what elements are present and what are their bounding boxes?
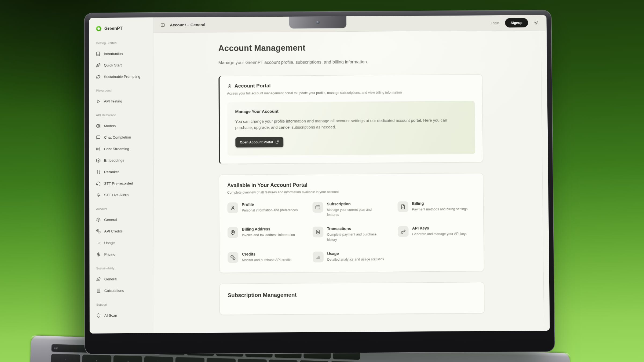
- sidebar-nav: Getting StartedIntroductionQuick StartSu…: [96, 31, 150, 318]
- sidebar-item-label: STT Live Audio: [104, 193, 129, 197]
- gear-icon: [96, 217, 101, 222]
- laptop-notch: [289, 16, 347, 29]
- sidebar-item-label: Models: [104, 124, 116, 128]
- person-icon: [227, 84, 232, 88]
- feature-description: Personal information and preferences: [242, 208, 298, 213]
- leaf-icon: [96, 277, 101, 282]
- sidebar-section-label: Sustainability: [96, 266, 150, 270]
- sidebar-item-label: Pricing: [104, 252, 115, 256]
- sidebar-item-chat-completion[interactable]: Chat Completion: [96, 135, 150, 140]
- bar-chart-icon: [96, 241, 101, 245]
- topbar-actions: Login Signup: [491, 18, 539, 28]
- feature-icon-tile: [227, 227, 238, 238]
- sidebar-section-account: AccountGeneralAPI CreditsUsagePricing: [96, 207, 150, 257]
- feature-title: Transactions: [327, 226, 385, 231]
- features-card-subtitle: Complete overview of all features and in…: [227, 189, 475, 194]
- signup-button[interactable]: Signup: [505, 18, 528, 27]
- feature-description: Generate and manage your API keys: [412, 231, 467, 237]
- content-area: Account Management Manage your GreenPT a…: [153, 31, 550, 333]
- manage-account-title: Manage Your Account: [235, 108, 467, 114]
- open-account-portal-button[interactable]: Open Account Portal: [235, 137, 284, 147]
- sidebar-item-quick-start[interactable]: Quick Start: [96, 63, 149, 68]
- sidebar-section-label: API Reference: [96, 113, 150, 117]
- feature-description: Payment methods and billing settings: [412, 206, 467, 212]
- feature-icon-tile: [312, 227, 323, 237]
- feature-title: Subscription: [327, 201, 385, 206]
- feature-title: Usage: [327, 251, 384, 256]
- feature-api-keys: API KeysGenerate and manage your API key…: [398, 226, 475, 242]
- sidebar-item-stt-live-audio[interactable]: STT Live Audio: [96, 193, 150, 197]
- sidebar-item-calculations[interactable]: Calculations: [96, 288, 150, 293]
- open-account-portal-label: Open Account Portal: [240, 140, 273, 144]
- rocket-icon: [96, 63, 100, 68]
- account-portal-description: Access your full account management port…: [227, 90, 474, 95]
- sidebar-section-sustainability: SustainabilityGeneralCalculations: [96, 266, 150, 293]
- sidebar-item-introduction[interactable]: Introduction: [96, 51, 149, 56]
- sidebar-toggle-icon[interactable]: [160, 23, 165, 27]
- key-icon: [400, 229, 406, 234]
- keyboard-key-6: 6: [237, 359, 267, 362]
- feature-icon-tile: [228, 252, 238, 263]
- keyboard-key-5: 5: [206, 358, 236, 362]
- greenpt-logo-icon: [96, 26, 102, 32]
- feature-icon-tile: [313, 252, 323, 262]
- sidebar-item-label: Chat Completion: [104, 135, 131, 139]
- sidebar-section-playground: PlaygroundAPI Testing: [96, 89, 149, 104]
- account-portal-title: Account Portal: [235, 83, 271, 89]
- sidebar-item-api-testing[interactable]: API Testing: [96, 99, 149, 104]
- logo[interactable]: GreenPT: [96, 25, 149, 32]
- sidebar-item-label: AI Scan: [104, 313, 117, 317]
- feature-title: Credits: [242, 252, 291, 256]
- feature-description: Invoice and tax address information: [242, 232, 295, 238]
- keyboard-key-4: 4: [175, 357, 204, 362]
- theme-toggle-sun-icon[interactable]: [534, 20, 539, 25]
- sidebar-section-getting-started: Getting StartedIntroductionQuick StartSu…: [96, 41, 149, 79]
- sidebar-item-label: Chat Streaming: [104, 147, 129, 151]
- sidebar-item-general[interactable]: General: [96, 217, 150, 222]
- sidebar: GreenPT Getting StartedIntroductionQuick…: [89, 17, 154, 334]
- page-title: Account Management: [218, 42, 482, 53]
- sidebar-item-reranker[interactable]: Reranker: [96, 169, 150, 174]
- sidebar-section-label: Getting Started: [96, 41, 149, 45]
- sidebar-item-label: STT Pre-recorded: [104, 181, 133, 186]
- feature-transactions: TransactionsComplete payment and purchas…: [312, 226, 390, 242]
- sidebar-item-api-credits[interactable]: API Credits: [96, 229, 150, 234]
- layers-icon: [96, 158, 101, 163]
- keyboard-key-2: 2: [113, 355, 142, 362]
- account-portal-card: Account Portal Access your full account …: [218, 74, 483, 164]
- person-icon: [230, 205, 235, 210]
- sidebar-item-sustainable-prompting[interactable]: Sustainable Prompting: [96, 74, 149, 79]
- sidebar-section-label: Account: [96, 207, 150, 210]
- sidebar-item-embeddings[interactable]: Embeddings: [96, 158, 150, 163]
- dollar-icon: [96, 252, 101, 257]
- manage-account-body: You can change your profile information …: [235, 117, 460, 131]
- shield-icon: [96, 313, 101, 318]
- sidebar-item-models[interactable]: Models: [96, 123, 150, 128]
- feature-credits: CreditsMonitor and purchase API credits: [228, 252, 305, 263]
- sidebar-item-stt-pre-recorded[interactable]: STT Pre-recorded: [96, 181, 150, 186]
- coins-icon: [96, 229, 101, 234]
- sidebar-item-chat-streaming[interactable]: Chat Streaming: [96, 146, 150, 151]
- sidebar-item-usage[interactable]: Usage: [96, 240, 150, 245]
- sidebar-item-general[interactable]: General: [96, 276, 150, 281]
- headphones-icon: [96, 181, 101, 186]
- page-breadcrumb: Account – General: [170, 23, 205, 27]
- sidebar-item-label: Embeddings: [104, 158, 124, 162]
- scrollbar[interactable]: [541, 31, 550, 331]
- account-portal-header: Account Portal: [227, 82, 474, 89]
- microphone-icon: [96, 193, 101, 197]
- sidebar-item-pricing[interactable]: Pricing: [96, 252, 150, 257]
- subscription-management-title: Subscription Management: [228, 290, 476, 298]
- sidebar-section-label: Playground: [96, 89, 149, 92]
- sidebar-item-ai-scan[interactable]: AI Scan: [96, 313, 150, 318]
- sidebar-item-label: Quick Start: [104, 63, 122, 67]
- feature-profile: ProfilePersonal information and preferen…: [227, 202, 305, 218]
- manage-account-panel: Manage Your Account You can change your …: [227, 101, 475, 156]
- login-button[interactable]: Login: [491, 21, 499, 25]
- logo-text: GreenPT: [104, 26, 123, 31]
- page-subtitle: Manage your GreenPT account profile, sub…: [218, 58, 482, 65]
- coins-icon: [230, 255, 236, 260]
- feature-icon-tile: [312, 202, 323, 212]
- feature-usage: UsageDetailed analytics and usage statis…: [313, 251, 390, 262]
- sidebar-section-support: SupportAI Scan: [96, 303, 150, 318]
